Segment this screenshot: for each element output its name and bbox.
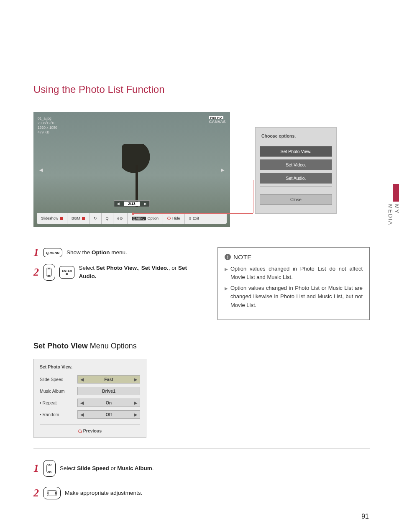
spv-value-text: Drive1 [78,389,140,394]
photo-meta-date: 2008/12/10 [38,121,57,125]
right-arrow-icon[interactable]: ▶ [131,377,140,382]
step-1-a: Show the [66,249,92,256]
steps-lower: 1 Select Slide Speed or Music Album. 2 M… [33,460,370,499]
previous-icon [78,430,82,433]
left-arrow-icon[interactable]: ◀ [78,400,86,405]
triangle-icon: ▶ [225,285,228,309]
ls1-b2: Music Album [117,465,152,471]
sub-heading: Set Photo View Menu Options [33,342,370,350]
step-2-b2: Set Video. [141,265,169,271]
sub-heading-rest: Menu Options [88,342,137,350]
counter-value: 2/13 [124,202,140,206]
note-header: ! NOTE [225,253,363,261]
toolbar-option-label: Option [148,216,159,220]
toolbar-slideshow[interactable]: Slideshow [37,213,67,224]
section-tab: MY MEDIA [387,184,399,230]
set-photo-view-panel: Set Photo View. Slide Speed ◀Fast▶ Music… [33,359,146,438]
spv-value: ◀Fast▶ [77,375,140,384]
connector-line-v [253,180,253,213]
hide-icon [167,217,171,220]
toolbar-zoom[interactable]: Q [102,213,113,224]
lower-step-1-text: Select Slide Speed or Music Album. [60,464,154,473]
step-1: 1 Q.MENU Show the Option menu. [33,247,201,258]
step-2: 2 ENTER Select Set Photo View., Set Vide… [33,264,201,281]
spv-value-text: Off [86,412,131,417]
spv-row-slide-speed[interactable]: Slide Speed ◀Fast▶ [40,375,140,384]
left-arrow-icon[interactable]: ◀ [78,412,86,417]
toolbar-exit[interactable]: ▯ Exit [185,213,203,224]
spv-value-text: On [86,400,131,405]
option-set-audio[interactable]: Set Audio. [260,173,332,184]
note-icon: ! [225,254,231,260]
fullhd-badge: Full HD [209,116,223,119]
spv-value: ◀On▶ [77,399,140,407]
step-1-b: Option [92,249,110,256]
option-set-video[interactable]: Set Video. [260,159,332,170]
spv-previous-label: Previous [83,428,102,433]
note-box: ! NOTE ▶Option values changed in Photo L… [217,247,370,320]
spv-row-random[interactable]: • Random ◀Off▶ [40,410,140,419]
step-number-2: 2 [33,488,39,499]
toolbar-rotate[interactable]: ↻ [90,213,102,224]
photo-meta-size: 479 KB [38,130,57,135]
spv-title: Set Photo View. [40,364,140,369]
exit-icon: ▯ [189,216,191,220]
nav-updown-button-icon [43,264,55,281]
toolbar-hide[interactable]: Hide [163,213,185,224]
page-title: Using the Photo List Function [33,84,370,95]
note-item-1: ▶Option values changed in Photo List do … [225,265,363,281]
option-close[interactable]: Close [260,194,332,205]
options-divider [260,186,332,187]
note-label: NOTE [233,253,252,261]
step-2-s1: , [138,265,141,271]
nav-updown-button-icon [43,460,56,477]
spv-label: Slide Speed [40,377,77,382]
section-divider [33,448,370,448]
prev-photo-arrow[interactable]: ◀ [39,167,43,172]
photo-meta-name: 01_a.jpg [38,116,57,121]
qmenu-badge-icon: Q.MENU [132,217,146,220]
nav-leftright-button-icon [43,487,61,499]
photo-counter: ◀ 2/13 ▶ [114,200,150,207]
step-number-1: 1 [33,463,39,474]
spv-row-repeat[interactable]: • Repeat ◀On▶ [40,399,140,407]
options-panel: Choose options. Set Photo View. Set Vide… [255,127,337,214]
step-1-text: Show the Option menu. [66,248,127,257]
lower-step-2-text: Make appropriate adjustments. [65,489,142,497]
step-number-1: 1 [33,247,39,258]
counter-right-icon[interactable]: ▶ [144,202,147,206]
photo-meta-res: 1920 x 1080 [38,125,57,130]
steps-upper: 1 Q.MENU Show the Option menu. 2 ENTER S… [33,247,201,320]
photo-viewer: 01_a.jpg 2008/12/10 1920 x 1080 479 KB F… [33,112,230,227]
toolbar-bgm[interactable]: BGM [67,213,90,224]
ls1-a: Select [60,465,77,471]
step-2-a: Select [79,265,96,271]
canvas-logo: Full HD CANVAS [209,115,226,124]
ls1-tail: . [152,465,154,471]
step-number-2: 2 [33,267,39,278]
stop-icon [60,217,63,220]
connector-line [132,213,253,214]
right-arrow-icon[interactable]: ▶ [131,412,140,417]
toolbar-slideshow-label: Slideshow [41,216,58,220]
page-number: 91 [361,513,369,520]
spv-previous[interactable]: Previous [40,425,140,433]
left-arrow-icon[interactable]: ◀ [78,377,86,382]
toolbar-delete[interactable]: e⊘ [113,213,128,224]
next-photo-arrow[interactable]: ▶ [221,167,224,172]
toolbar-hide-label: Hide [172,216,180,220]
triangle-icon: ▶ [225,266,228,281]
counter-left-icon[interactable]: ◀ [117,202,120,206]
note-item-2-text: Option values changed in Photo List or M… [230,284,363,309]
ls1-b1: Slide Speed [77,465,109,471]
right-arrow-icon[interactable]: ▶ [131,400,140,405]
stop-icon [82,217,85,220]
spv-value: Drive1 [77,387,140,395]
option-set-photo-view[interactable]: Set Photo View. [260,146,332,157]
toolbar-exit-label: Exit [193,216,199,220]
photo-viewer-tree [122,144,151,194]
spv-row-music-album[interactable]: Music Album Drive1 [40,387,140,395]
toolbar-bgm-label: BGM [72,216,80,220]
spv-label: Music Album [40,389,77,394]
photo-meta: 01_a.jpg 2008/12/10 1920 x 1080 479 KB [38,116,57,135]
